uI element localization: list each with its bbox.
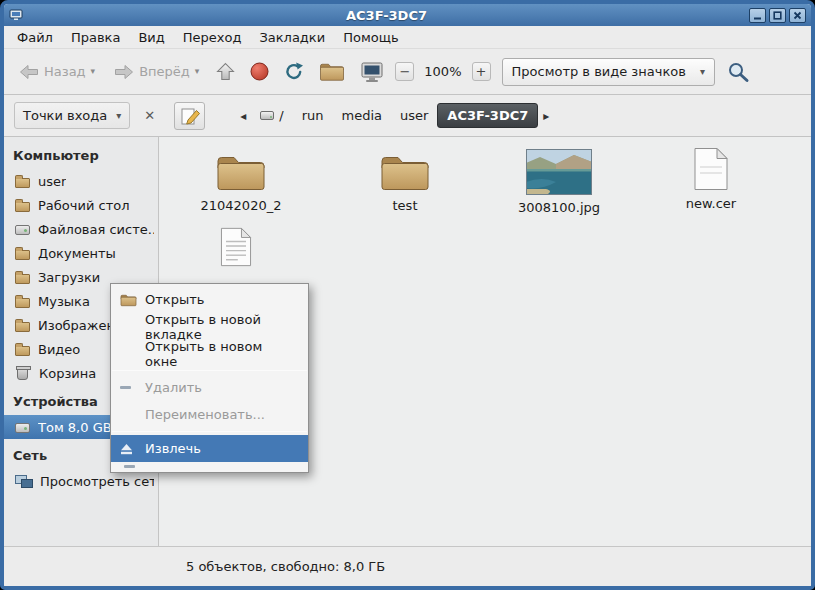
crumb-label: user — [400, 108, 428, 123]
truncated-menu-item — [111, 462, 308, 472]
context-menu-item-label: Извлечь — [145, 441, 201, 456]
sidebar-item-label: Видео — [38, 342, 80, 357]
side-pane-selector-label: Точки входа — [23, 108, 107, 123]
maximize-icon — [773, 11, 782, 20]
drive-icon — [15, 423, 30, 433]
file-label: 3008100.jpg — [518, 201, 600, 215]
zoom-level[interactable]: 100% — [421, 64, 464, 79]
file-item-3008100-jpg[interactable]: 3008100.jpg — [494, 149, 624, 215]
home-folder-button[interactable] — [315, 57, 349, 86]
folder-icon — [15, 274, 30, 284]
crumb-media[interactable]: media — [332, 103, 391, 128]
menu-separator — [112, 431, 307, 432]
maximize-button[interactable] — [769, 8, 786, 23]
partial-item-icon — [124, 465, 135, 468]
file-item-21042020-2[interactable]: 21042020_2 — [176, 151, 306, 213]
side-pane-selector[interactable]: Точки входа ▾ — [14, 102, 130, 129]
context-menu-item-label: Открыть в новой вкладке — [145, 312, 298, 342]
reload-icon — [284, 62, 304, 81]
search-icon — [726, 61, 750, 83]
folder-icon — [15, 202, 30, 212]
minimize-icon — [753, 11, 762, 20]
close-side-pane-button[interactable]: ✕ — [139, 105, 160, 126]
folder-icon — [379, 151, 431, 193]
image-thumbnail — [526, 149, 592, 195]
up-button[interactable] — [212, 58, 239, 85]
menu-separator — [112, 370, 307, 371]
pencil-icon — [180, 106, 200, 126]
document-icon — [219, 227, 253, 267]
folder-icon — [15, 346, 30, 356]
menu-help[interactable]: Помощь — [334, 27, 407, 48]
file-item-document[interactable] — [171, 227, 301, 273]
context-menu-item-label: Открыть — [145, 292, 204, 307]
minimize-button[interactable] — [749, 8, 766, 23]
sidebar-item-label: user — [38, 174, 66, 189]
crumb-volume[interactable]: AC3F-3DC7 — [437, 103, 538, 128]
view-mode-select[interactable]: Просмотр в виде значков ▾ — [502, 58, 715, 86]
stop-button[interactable] — [246, 58, 273, 85]
context-menu-open-new-window[interactable]: Открыть в новом окне — [111, 340, 308, 367]
search-button[interactable] — [722, 57, 754, 87]
home-folder-icon — [319, 61, 345, 82]
crumb-label: run — [302, 108, 324, 123]
folder-icon — [215, 151, 267, 193]
file-label: 21042020_2 — [201, 199, 282, 213]
context-menu-item-label: Удалить — [145, 380, 202, 395]
context-menu-rename: Переименовать... — [111, 401, 308, 428]
folder-icon — [15, 178, 30, 188]
file-item-new-cer[interactable]: new.cer — [646, 147, 776, 211]
drive-icon — [15, 225, 30, 235]
back-history-caret-icon: ▾ — [91, 67, 96, 76]
computer-button[interactable] — [356, 57, 388, 87]
folder-icon — [15, 322, 30, 332]
crumb-run[interactable]: run — [293, 103, 333, 128]
file-manager-window: AC3F-3DC7 Файл Правка Вид Переход Заклад… — [0, 0, 815, 590]
edit-location-button[interactable] — [174, 102, 205, 130]
menu-edit[interactable]: Правка — [62, 27, 129, 48]
forward-history-caret-icon: ▾ — [195, 67, 200, 76]
sidebar-item-desktop[interactable]: Рабочий стол — [4, 193, 158, 217]
file-label: test — [393, 199, 418, 213]
zoom-out-button[interactable]: − — [395, 62, 414, 81]
back-button: Назад ▾ — [13, 59, 101, 85]
sidebar-item-label: Загрузки — [38, 270, 100, 285]
sidebar-section-computer: Компьютер — [4, 139, 158, 169]
window-menu-icon[interactable] — [9, 9, 23, 21]
menu-file[interactable]: Файл — [8, 27, 62, 48]
sidebar-item-label: Том 8,0 GB — [38, 420, 112, 435]
sidebar-item-documents[interactable]: Документы — [4, 241, 158, 265]
sidebar-item-label: Документы — [38, 246, 116, 261]
crumb-user[interactable]: user — [391, 103, 437, 128]
context-menu-open-new-tab[interactable]: Открыть в новой вкладке — [111, 313, 308, 340]
context-menu-eject[interactable]: Извлечь — [111, 435, 308, 462]
zoom-in-button[interactable]: + — [472, 62, 491, 81]
crumbs-scroll-left-button[interactable]: ◂ — [235, 106, 251, 126]
trash-icon — [17, 368, 28, 380]
close-button[interactable] — [789, 8, 806, 23]
network-icon — [15, 475, 32, 488]
menu-go[interactable]: Переход — [174, 27, 251, 48]
crumb-label: AC3F-3DC7 — [447, 108, 528, 123]
crumb-root-label: / — [279, 108, 283, 123]
folder-icon — [15, 298, 30, 308]
crumb-label: media — [341, 108, 382, 123]
crumbs-scroll-right-button[interactable]: ▸ — [538, 106, 554, 126]
sidebar-item-home[interactable]: user — [4, 169, 158, 193]
crumb-root[interactable]: / — [251, 103, 292, 128]
breadcrumb: ◂ / run media user AC3F-3DC7 ▸ — [235, 103, 554, 128]
context-menu-delete: Удалить — [111, 374, 308, 401]
context-menu-open[interactable]: Открыть — [111, 286, 308, 313]
statusbar-text: 5 объектов, свободно: 8,0 ГБ — [186, 559, 385, 574]
menu-view[interactable]: Вид — [129, 27, 173, 48]
menu-bookmarks[interactable]: Закладки — [250, 27, 334, 48]
statusbar: 5 объектов, свободно: 8,0 ГБ — [4, 546, 811, 586]
combo-caret-icon: ▾ — [700, 66, 705, 77]
up-arrow-icon — [216, 62, 235, 81]
open-folder-icon — [120, 293, 137, 307]
sidebar-item-filesystem[interactable]: Файловая систе... — [4, 217, 158, 241]
file-item-test[interactable]: test — [340, 151, 470, 213]
forward-label: Вперёд — [139, 64, 190, 79]
stop-icon — [250, 62, 269, 81]
reload-button[interactable] — [280, 58, 308, 85]
